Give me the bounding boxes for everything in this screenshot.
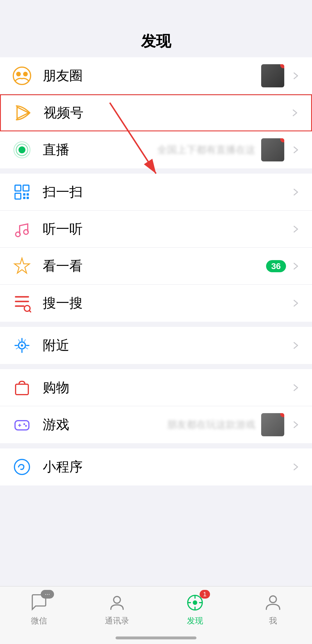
svg-point-23 bbox=[14, 459, 29, 474]
chevron-right-icon-xiaochengxu bbox=[291, 462, 300, 472]
svg-rect-10 bbox=[27, 193, 29, 196]
svg-rect-9 bbox=[23, 193, 25, 196]
item-label-youxi: 游戏 bbox=[43, 416, 167, 434]
blur-text-youxi: 朋友都在玩这款游戏 bbox=[167, 418, 255, 431]
nav-chat-icon: ··· bbox=[29, 592, 49, 613]
chevron-right-icon-fujin bbox=[291, 341, 300, 350]
nav-me-icon bbox=[263, 592, 283, 613]
chevron-right-icon-tingyiting bbox=[291, 225, 300, 234]
svg-point-2 bbox=[23, 72, 28, 76]
nav-label-faxian: 发现 bbox=[187, 615, 203, 626]
svg-point-13 bbox=[16, 232, 20, 237]
chevron-right-icon-kanyikan bbox=[291, 262, 300, 271]
item-label-gouwu: 购物 bbox=[43, 379, 289, 397]
avatar-youxi bbox=[261, 413, 284, 436]
chevron-right-icon-souyisou bbox=[291, 299, 300, 308]
list-item-gouwu[interactable]: 购物 bbox=[0, 369, 312, 406]
look-icon bbox=[12, 256, 32, 277]
friends-circle-icon bbox=[12, 65, 32, 86]
item-label-xiaochengxu: 小程序 bbox=[43, 458, 289, 476]
nav-label-tongxunlu: 通讯录 bbox=[105, 615, 129, 626]
svg-point-29 bbox=[270, 596, 276, 603]
chevron-right-icon-pengyouquan bbox=[291, 71, 300, 80]
sections-container: 朋友圈 视频号 直播全国上下都有直播在这 扫一扫 听一听 看一看36 搜一搜 bbox=[0, 57, 312, 485]
svg-rect-11 bbox=[23, 197, 25, 199]
item-label-zhibo: 直播 bbox=[43, 141, 157, 159]
svg-rect-7 bbox=[15, 193, 21, 199]
svg-point-1 bbox=[16, 72, 21, 76]
game-icon bbox=[12, 414, 32, 435]
list-item-shipinhao[interactable]: 视频号 bbox=[0, 94, 312, 131]
music-icon bbox=[12, 219, 32, 240]
svg-marker-15 bbox=[14, 258, 29, 273]
list-item-kanyikan[interactable]: 看一看36 bbox=[0, 248, 312, 285]
svg-point-22 bbox=[25, 425, 27, 427]
svg-point-28 bbox=[193, 600, 197, 605]
avatar-pengyouquan bbox=[261, 64, 284, 87]
blur-text-zhibo: 全国上下都有直播在这 bbox=[157, 143, 255, 157]
nav-item-faxian[interactable]: 1发现 bbox=[156, 592, 234, 626]
list-item-tingyiting[interactable]: 听一听 bbox=[0, 211, 312, 248]
svg-point-14 bbox=[24, 230, 28, 234]
item-label-shipinhao: 视频号 bbox=[44, 104, 288, 122]
svg-point-21 bbox=[23, 423, 25, 425]
item-label-kanyikan: 看一看 bbox=[43, 257, 266, 275]
header: 发现 bbox=[0, 25, 312, 57]
bottom-nav: ···微信 通讯录 1发现 我 bbox=[0, 586, 312, 644]
item-label-fujin: 附近 bbox=[43, 336, 289, 354]
nav-label-wo: 我 bbox=[269, 615, 277, 626]
svg-rect-12 bbox=[27, 197, 29, 199]
nav-item-weixin[interactable]: ···微信 bbox=[0, 592, 78, 626]
chevron-right-icon-shipinhao bbox=[290, 108, 300, 117]
item-meta-youxi: 朋友都在玩这款游戏 bbox=[167, 413, 284, 436]
nav-contacts-icon bbox=[107, 592, 127, 613]
chevron-right-icon-saoyisao bbox=[291, 187, 300, 197]
list-item-youxi[interactable]: 游戏朋友都在玩这款游戏 bbox=[0, 406, 312, 443]
list-item-zhibo[interactable]: 直播全国上下都有直播在这 bbox=[0, 131, 312, 168]
page-title: 发现 bbox=[141, 31, 171, 51]
list-item-fujin[interactable]: 附近 bbox=[0, 327, 312, 364]
chevron-right-icon-youxi bbox=[291, 420, 300, 429]
list-item-pengyouquan[interactable]: 朋友圈 bbox=[0, 57, 312, 94]
svg-rect-19 bbox=[16, 384, 28, 395]
nav-badge-weixin: ··· bbox=[41, 590, 54, 599]
search-plus-icon bbox=[12, 293, 32, 314]
chevron-right-icon-gouwu bbox=[291, 383, 300, 392]
svg-point-3 bbox=[18, 146, 25, 153]
nav-item-wo[interactable]: 我 bbox=[234, 592, 312, 626]
section-section1: 朋友圈 视频号 直播全国上下都有直播在这 bbox=[0, 57, 312, 168]
svg-point-0 bbox=[13, 67, 31, 84]
item-meta-pengyouquan bbox=[261, 64, 284, 87]
item-label-souyisou: 搜一搜 bbox=[43, 294, 289, 312]
svg-point-26 bbox=[114, 597, 120, 603]
nav-item-tongxunlu[interactable]: 通讯录 bbox=[78, 592, 156, 626]
item-meta-zhibo: 全国上下都有直播在这 bbox=[157, 138, 284, 161]
nav-discover-icon: 1 bbox=[185, 592, 205, 613]
list-item-xiaochengxu[interactable]: 小程序 bbox=[0, 448, 312, 485]
shopping-icon bbox=[12, 377, 32, 398]
video-account-icon bbox=[12, 102, 33, 123]
page-content: 发现 朋友圈 视频号 直播全国上下都有直播在这 扫一扫 听一听 bbox=[0, 0, 312, 549]
badge-count-kanyikan: 36 bbox=[266, 260, 286, 272]
nearby-icon bbox=[12, 335, 32, 356]
avatar-zhibo bbox=[261, 138, 284, 161]
list-item-souyisou[interactable]: 搜一搜 bbox=[0, 285, 312, 322]
home-indicator bbox=[116, 636, 196, 639]
item-label-pengyouquan: 朋友圈 bbox=[43, 67, 261, 85]
svg-point-18 bbox=[21, 344, 23, 347]
svg-rect-6 bbox=[15, 185, 21, 191]
nav-label-weixin: 微信 bbox=[31, 615, 47, 626]
section-section5: 小程序 bbox=[0, 448, 312, 485]
list-item-saoyisao[interactable]: 扫一扫 bbox=[0, 174, 312, 211]
status-bar bbox=[0, 0, 312, 25]
item-label-saoyisao: 扫一扫 bbox=[43, 183, 289, 201]
nav-badge-faxian: 1 bbox=[200, 590, 210, 599]
miniprogram-icon bbox=[12, 457, 32, 477]
svg-rect-20 bbox=[15, 421, 29, 430]
section-section4: 购物 游戏朋友都在玩这款游戏 bbox=[0, 369, 312, 443]
chevron-right-icon-zhibo bbox=[291, 145, 300, 154]
section-section3: 附近 bbox=[0, 327, 312, 364]
avatar-image bbox=[261, 413, 284, 436]
live-icon bbox=[12, 139, 32, 160]
svg-rect-8 bbox=[23, 185, 29, 191]
